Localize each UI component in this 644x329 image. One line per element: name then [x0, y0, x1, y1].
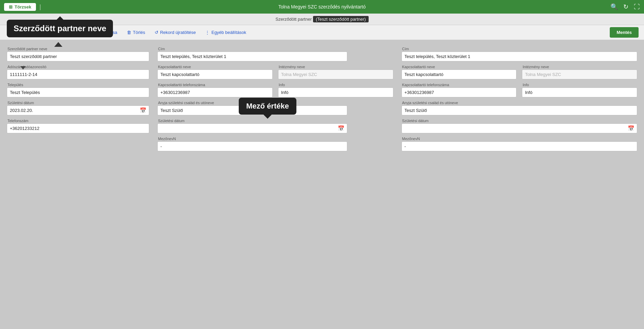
col2-address-input[interactable] [157, 52, 347, 61]
col3-birth-date-label: Születési dátum [402, 119, 638, 123]
col3-mother-name-group: Anyja születési család és utóneve [402, 101, 638, 115]
col2-contact-name-label: Kapcsolattartó neve [157, 65, 273, 69]
caret-down-tax [20, 66, 26, 70]
col2-address-field-group: Cím [157, 47, 393, 61]
col3-contact-name-label: Kapcsolattartó neve [402, 65, 517, 69]
breadcrumb-bar: Szerződött partner (Teszt szerződött par… [0, 14, 644, 25]
fullscreen-icon[interactable]: ⛶ [634, 3, 640, 11]
col3-fieldname-input[interactable] [402, 141, 638, 151]
col3-info-input[interactable] [522, 88, 637, 97]
col1: Szerződött partner neve Szerződött partn… [7, 47, 149, 155]
col3-address-label: Cím [402, 47, 638, 51]
contracted-partner-tooltip-wrapper: Szerződött partner neve Szerződött partn… [7, 47, 149, 65]
edit-workbook-button[interactable]: ✏️ Munkafüzet szerkesztése [5, 28, 71, 37]
reload-icon: ↺ [155, 30, 158, 35]
col2-fieldname-group: MezőnevN [157, 137, 393, 151]
delete-button[interactable]: 🗑 Törlés [123, 28, 149, 37]
app-title: Tolna Megyei SZC szerződés nyilvántartó [278, 4, 366, 9]
copy-icon: 📄 [76, 30, 81, 35]
phone-field-group: Telefonszám [7, 119, 149, 133]
other-settings-label: Egyéb beállítások [211, 30, 246, 35]
col3-phone-info-row: Kapcsolattartó telefonszáma Info [402, 83, 638, 101]
copy-record-button[interactable]: 📄 Rekord másolása [72, 28, 121, 37]
col2-contact-name-group: Kapcsolattartó neve [157, 65, 273, 79]
col2-info-group: Info [278, 83, 393, 97]
tax-number-field-group: Adószám/adóazonosító [7, 65, 149, 79]
breadcrumb-label: Szerződött partner [275, 17, 312, 22]
col3-address-input[interactable] [402, 52, 638, 61]
col2-info-label: Info [278, 83, 393, 87]
birth-date-input[interactable] [7, 105, 149, 115]
col2-birth-date-label: Születési dátum [157, 119, 393, 123]
col2: Mező értéke Cím Kapcsolattartó neve Inté… [157, 47, 393, 155]
main-content: Szerződött partner neve Szerződött partn… [0, 40, 644, 155]
grid-icon: ⊞ [9, 4, 13, 9]
mezo-erteke-tooltip: Mező értéke [239, 98, 296, 115]
app-title-text: Tolna Megyei SZC szerződés nyilvántartó [278, 4, 366, 9]
edit-icon: ✏️ [9, 30, 15, 35]
save-button[interactable]: Mentés [610, 27, 639, 38]
field-value-text: Mező értéke [246, 102, 289, 110]
reload-record-button[interactable]: ↺ Rekord újratöltése [151, 28, 200, 37]
calendar-icon-2[interactable]: 📅 [338, 125, 345, 132]
module-label: Törzsek [15, 4, 31, 9]
contracted-partner-label: Szerződött partner neve [7, 47, 149, 51]
col2-fieldname-label: MezőnevN [157, 137, 393, 141]
col3: Cím Kapcsolattartó neve Intézmény neve K… [402, 47, 638, 155]
top-bar: ⊞ Törzsek | Tolna Megyei SZC szerződés n… [0, 0, 644, 14]
breadcrumb-highlight: (Teszt szerződött partner) [313, 16, 368, 22]
col2-fieldname-input[interactable] [157, 141, 347, 151]
col3-contact-name-group: Kapcsolattartó neve [402, 65, 517, 79]
col2-contact-phone-group: Kapcsolattartó telefonszáma [157, 83, 273, 97]
refresh-icon[interactable]: ↻ [623, 3, 628, 11]
col2-institution-group: Intézmény neve [278, 65, 393, 79]
col2-contact-phone-label: Kapcsolattartó telefonszáma [157, 83, 273, 87]
col2-birth-date-input[interactable] [157, 123, 347, 133]
col3-contact-phone-group: Kapcsolattartó telefonszáma [402, 83, 517, 97]
col3-contact-phone-input[interactable] [402, 88, 517, 97]
col3-mother-name-input[interactable] [402, 105, 638, 115]
phone-input[interactable] [7, 123, 149, 133]
delete-label: Törlés [133, 30, 145, 35]
col3-info-group: Info [522, 83, 637, 97]
col3-birth-date-group: Születési dátum 📅 [402, 119, 638, 133]
col2-birth-date-group: Születési dátum 📅 [157, 119, 393, 133]
col3-institution-label: Intézmény neve [522, 65, 637, 69]
tax-number-input[interactable] [7, 70, 149, 79]
col3-fieldname-label: MezőnevN [402, 137, 638, 141]
calendar-icon-3[interactable]: 📅 [628, 125, 635, 132]
save-label: Mentés [617, 30, 632, 35]
mezo-erteke-tooltip-wrapper: Mező értéke [239, 98, 296, 115]
trash-icon: 🗑 [127, 30, 131, 35]
col3-institution-input[interactable] [522, 70, 637, 79]
separator: | [39, 3, 41, 11]
col2-institution-input[interactable] [278, 70, 393, 79]
col2-info-input[interactable] [278, 88, 393, 97]
contracted-partner-input[interactable] [7, 52, 149, 61]
edit-workbook-label: Munkafüzet szerkesztése [17, 30, 66, 35]
col2-contact-phone-input[interactable] [157, 88, 273, 97]
birth-date-label: Születési dátum [7, 101, 149, 105]
col3-address-field-group: Cím [402, 47, 638, 61]
col3-birth-date-input[interactable] [402, 123, 638, 133]
settlement-input[interactable] [7, 88, 149, 97]
col3-contact-name-input[interactable] [402, 70, 517, 79]
col3-fieldname-group: MezőnevN [402, 137, 638, 151]
col2-institution-label: Intézmény neve [278, 65, 393, 69]
col2-contact-name-input[interactable] [157, 70, 273, 79]
caret-up-1 [54, 42, 62, 47]
birth-date-field-group: Születési dátum 📅 [7, 101, 149, 115]
tax-number-label: Adószám/adóazonosító [7, 65, 149, 69]
search-icon[interactable]: 🔍 [610, 3, 618, 11]
col3-institution-group: Intézmény neve [522, 65, 637, 79]
col3-info-label: Info [522, 83, 637, 87]
phone-label: Telefonszám [7, 119, 149, 123]
copy-record-label: Rekord másolása [83, 30, 117, 35]
other-settings-button[interactable]: ⋮ Egyéb beállítások [201, 28, 250, 37]
toolbar: ✏️ Munkafüzet szerkesztése 📄 Rekord máso… [0, 25, 644, 40]
settlement-field-group: Település [7, 83, 149, 97]
col3-two-col: Kapcsolattartó neve Intézmény neve [402, 65, 638, 83]
calendar-icon-1[interactable]: 📅 [140, 107, 147, 114]
torzsek-button[interactable]: ⊞ Törzsek [4, 3, 36, 11]
contracted-partner-field-group: Szerződött partner neve [7, 47, 149, 61]
